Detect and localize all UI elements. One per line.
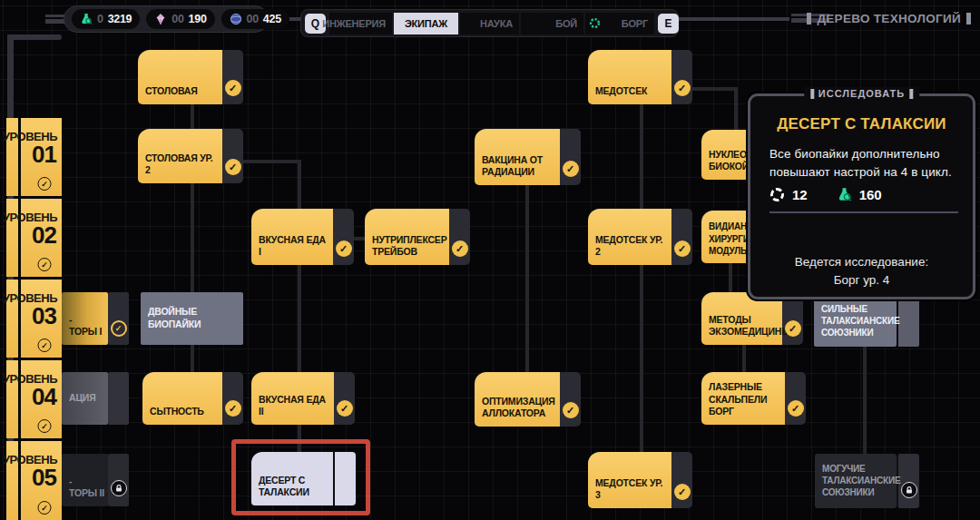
node-strip	[782, 292, 803, 345]
lock-icon	[901, 482, 917, 498]
tech-node-stolovaya2[interactable]: СТОЛОВАЯ УР. 2✓	[138, 129, 243, 183]
tech-node-aciya[interactable]: АЦИЯ	[62, 372, 129, 425]
check-icon: ✓	[452, 240, 468, 257]
tree-connector	[525, 185, 529, 372]
hotkey-e-button[interactable]: E	[658, 14, 679, 34]
level-number: 04	[32, 385, 56, 408]
node-label: НУТРИПЛЕКСЕРТРЕЙБОВ	[372, 234, 446, 259]
level-check-icon: ✓	[38, 258, 52, 271]
tab-label: ЭКИПАЖ	[405, 18, 447, 29]
tree-connector	[734, 87, 738, 130]
cycle-icon	[769, 187, 785, 202]
tab-наука[interactable]: НАУКА	[460, 13, 519, 34]
tech-node-silnye[interactable]: СИЛЬНЫЕТАЛАКСИАНСКИЕСОЮЗНИКИ	[814, 296, 919, 347]
research-icon	[80, 13, 93, 25]
screen-title: ДЕРЕВО ТЕХНОЛОГИЙ	[807, 12, 971, 25]
tab-label: НАУКА	[480, 18, 513, 29]
tech-node-tory2[interactable]: -ТОРЫ II	[62, 454, 129, 506]
lock-icon	[111, 480, 127, 496]
tech-node-vkusnaya2[interactable]: ВКУСНАЯ ЕДА II✓	[251, 372, 355, 425]
resource-research-points: 03219	[72, 9, 140, 29]
cost-value: 12	[792, 187, 808, 202]
tech-node-dvoinye[interactable]: ДВОЙНЫЕБИОПАЙКИ	[141, 292, 243, 345]
tab-экипаж[interactable]: ЭКИПАЖ	[394, 13, 458, 34]
tech-node-optimizaciya[interactable]: ОПТИМИЗАЦИЯАЛЛОКАТОРА✓	[475, 372, 581, 427]
tech-node-medotsek[interactable]: МЕДОТСЕК✓	[588, 50, 692, 104]
tab-инженерия[interactable]: ИНЖЕНЕРИЯ	[329, 13, 392, 34]
level-number: 05	[32, 466, 56, 489]
borg-icon	[588, 16, 602, 30]
node-strip	[671, 50, 692, 104]
tooltip-status-line1: Ведется исследование:	[750, 253, 973, 271]
tooltip-status: Ведется исследование: Борг ур. 4	[750, 253, 973, 290]
node-label: -ТОРЫ I	[69, 314, 104, 338]
tab-борг[interactable]: БОРГ	[585, 13, 654, 34]
node-label: СИЛЬНЫЕТАЛАКСИАНСКИЕСОЮЗНИКИ	[821, 303, 895, 339]
sphere-icon	[230, 13, 242, 25]
node-label: ОПТИМИЗАЦИЯАЛЛОКАТОРА	[482, 396, 556, 420]
check-icon: ✓	[225, 80, 241, 96]
tech-node-metody[interactable]: МЕТОДЫЭКЗОМЕДИЦИНЫ✓	[701, 292, 803, 345]
tooltip-title: ДЕСЕРТ С ТАЛАКСИИ	[750, 115, 973, 133]
node-strip	[222, 129, 243, 183]
node-label: СЫТНОСТЬ	[150, 406, 219, 418]
tab-бой[interactable]: БОЙ	[521, 13, 583, 34]
node-label: -ТОРЫ II	[69, 476, 104, 500]
tooltip-description: Все биопайки дополнительно повышают наст…	[769, 145, 958, 181]
title-bar-icon	[807, 13, 811, 25]
title-bar-icon	[966, 13, 971, 25]
level-check-icon: ✓	[38, 419, 52, 433]
tab-label: БОРГ	[622, 18, 648, 29]
tech-tree-canvas[interactable]: 032190019000425 Q ИНЖЕНЕРИЯЭКИПАЖНАУКАБО…	[0, 0, 980, 520]
decor-bar	[45, 19, 65, 24]
resource-bar: 032190019000425	[64, 5, 269, 33]
level-number: 01	[32, 142, 56, 166]
node-strip	[785, 372, 806, 425]
selection-highlight	[231, 439, 370, 515]
level-01: УРОВЕНЬ01✓	[6, 118, 62, 196]
tech-node-tory1[interactable]: -ТОРЫ I✓	[62, 292, 129, 345]
tree-connector	[863, 347, 867, 454]
tab-label: ИНЖЕНЕРИЯ	[322, 18, 386, 29]
tab-label: БОЙ	[555, 18, 577, 29]
tree-connector	[298, 265, 301, 372]
check-icon: ✓	[674, 240, 691, 257]
level-02: УРОВЕНЬ02✓	[6, 199, 62, 277]
node-label: ВАКЦИНА ОТРАДИАЦИИ	[482, 154, 556, 179]
level-number: 02	[32, 223, 56, 247]
cost-cycle: 12	[769, 187, 808, 202]
check-icon: ✓	[563, 402, 579, 418]
tree-connector	[742, 345, 746, 372]
tooltip-status-line2: Борг ур. 4	[750, 271, 973, 289]
decor-elbow	[7, 34, 62, 40]
tree-connector	[640, 104, 643, 209]
tech-node-vakcina[interactable]: ВАКЦИНА ОТРАДИАЦИИ✓	[475, 129, 581, 185]
node-strip	[222, 372, 243, 425]
node-label: ВКУСНАЯ ЕДА II	[259, 394, 330, 418]
tech-node-medotsek3[interactable]: МЕДОТСЕК УР. 3✓	[588, 452, 692, 508]
check-icon: ✓	[674, 484, 691, 500]
node-label: ЛАЗЕРНЫЕСКАЛЬПЕЛИ БОРГ	[709, 381, 781, 418]
node-strip	[334, 372, 355, 425]
node-label: МЕДОТСЕК УР. 3	[595, 477, 668, 502]
check-icon: ✓	[336, 240, 352, 257]
node-label: МЕТОДЫЭКЗОМЕДИЦИНЫ	[709, 314, 779, 338]
tech-node-medotsek2[interactable]: МЕДОТСЕК УР. 2✓	[588, 209, 692, 265]
cost-value: 160	[859, 187, 882, 202]
resource-value: 425	[263, 13, 281, 25]
resource-pad-zeros: 00	[247, 13, 259, 25]
tree-connector	[191, 345, 194, 372]
tech-node-moguchie[interactable]: МОГУЧИЕТАЛАКСИАНСКИЕСОЮЗНИКИ	[815, 454, 919, 508]
tech-node-lazernye[interactable]: ЛАЗЕРНЫЕСКАЛЬПЕЛИ БОРГ✓	[701, 372, 806, 425]
tech-node-nutriplekser[interactable]: НУТРИПЛЕКСЕРТРЕЙБОВ✓	[365, 209, 470, 265]
node-strip	[222, 50, 243, 104]
tech-node-sytnost[interactable]: СЫТНОСТЬ✓	[142, 372, 243, 425]
resource-pad-zeros: 00	[172, 13, 183, 25]
level-04: УРОВЕНЬ04✓	[6, 360, 62, 438]
tooltip-divider	[769, 211, 958, 213]
tech-node-vkusnaya1[interactable]: ВКУСНАЯ ЕДА I✓	[251, 209, 354, 265]
node-label: СТОЛОВАЯ УР. 2	[145, 152, 219, 177]
resource-crystals: 00190	[146, 9, 214, 29]
tech-node-stolovaya[interactable]: СТОЛОВАЯ✓	[138, 50, 243, 104]
node-strip	[108, 372, 129, 425]
